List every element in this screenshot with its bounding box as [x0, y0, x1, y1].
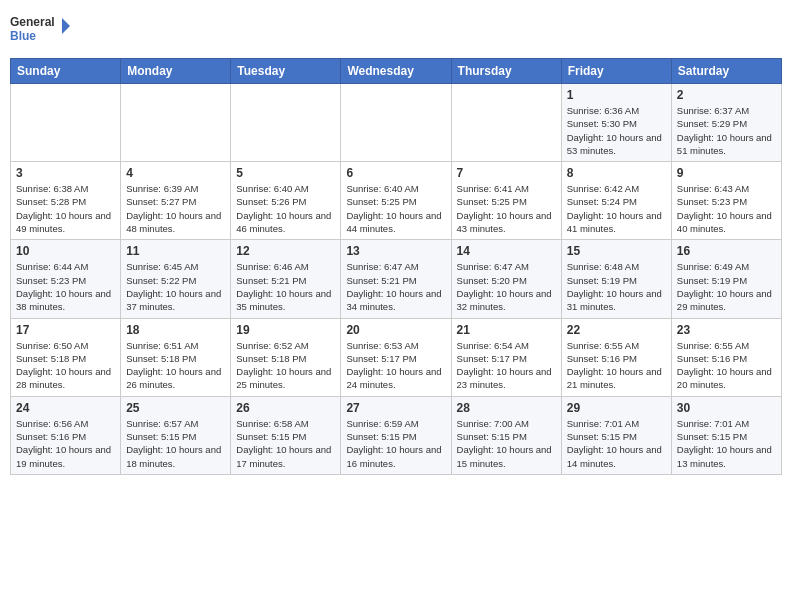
- column-header-monday: Monday: [121, 59, 231, 84]
- calendar-cell: [231, 84, 341, 162]
- calendar-cell: 1Sunrise: 6:36 AM Sunset: 5:30 PM Daylig…: [561, 84, 671, 162]
- svg-marker-2: [62, 18, 70, 34]
- calendar-cell: 2Sunrise: 6:37 AM Sunset: 5:29 PM Daylig…: [671, 84, 781, 162]
- calendar-cell: 7Sunrise: 6:41 AM Sunset: 5:25 PM Daylig…: [451, 162, 561, 240]
- calendar-cell: 14Sunrise: 6:47 AM Sunset: 5:20 PM Dayli…: [451, 240, 561, 318]
- calendar-week-row: 24Sunrise: 6:56 AM Sunset: 5:16 PM Dayli…: [11, 396, 782, 474]
- day-number: 29: [567, 401, 666, 415]
- day-info: Sunrise: 6:56 AM Sunset: 5:16 PM Dayligh…: [16, 417, 115, 470]
- calendar-week-row: 17Sunrise: 6:50 AM Sunset: 5:18 PM Dayli…: [11, 318, 782, 396]
- day-info: Sunrise: 6:47 AM Sunset: 5:21 PM Dayligh…: [346, 260, 445, 313]
- day-info: Sunrise: 6:43 AM Sunset: 5:23 PM Dayligh…: [677, 182, 776, 235]
- day-number: 17: [16, 323, 115, 337]
- day-info: Sunrise: 6:39 AM Sunset: 5:27 PM Dayligh…: [126, 182, 225, 235]
- day-number: 5: [236, 166, 335, 180]
- calendar-cell: 8Sunrise: 6:42 AM Sunset: 5:24 PM Daylig…: [561, 162, 671, 240]
- calendar-header-row: SundayMondayTuesdayWednesdayThursdayFrid…: [11, 59, 782, 84]
- day-info: Sunrise: 6:48 AM Sunset: 5:19 PM Dayligh…: [567, 260, 666, 313]
- day-number: 15: [567, 244, 666, 258]
- day-info: Sunrise: 6:58 AM Sunset: 5:15 PM Dayligh…: [236, 417, 335, 470]
- calendar-cell: [341, 84, 451, 162]
- day-info: Sunrise: 6:47 AM Sunset: 5:20 PM Dayligh…: [457, 260, 556, 313]
- day-info: Sunrise: 6:50 AM Sunset: 5:18 PM Dayligh…: [16, 339, 115, 392]
- calendar-cell: 4Sunrise: 6:39 AM Sunset: 5:27 PM Daylig…: [121, 162, 231, 240]
- calendar-cell: 3Sunrise: 6:38 AM Sunset: 5:28 PM Daylig…: [11, 162, 121, 240]
- day-number: 4: [126, 166, 225, 180]
- calendar-cell: 23Sunrise: 6:55 AM Sunset: 5:16 PM Dayli…: [671, 318, 781, 396]
- calendar-cell: 26Sunrise: 6:58 AM Sunset: 5:15 PM Dayli…: [231, 396, 341, 474]
- calendar-cell: 22Sunrise: 6:55 AM Sunset: 5:16 PM Dayli…: [561, 318, 671, 396]
- day-number: 9: [677, 166, 776, 180]
- calendar-cell: 9Sunrise: 6:43 AM Sunset: 5:23 PM Daylig…: [671, 162, 781, 240]
- day-number: 26: [236, 401, 335, 415]
- day-info: Sunrise: 6:40 AM Sunset: 5:26 PM Dayligh…: [236, 182, 335, 235]
- day-number: 19: [236, 323, 335, 337]
- calendar-cell: 27Sunrise: 6:59 AM Sunset: 5:15 PM Dayli…: [341, 396, 451, 474]
- day-number: 11: [126, 244, 225, 258]
- calendar-cell: 19Sunrise: 6:52 AM Sunset: 5:18 PM Dayli…: [231, 318, 341, 396]
- day-number: 14: [457, 244, 556, 258]
- day-number: 16: [677, 244, 776, 258]
- column-header-thursday: Thursday: [451, 59, 561, 84]
- day-number: 20: [346, 323, 445, 337]
- svg-text:General: General: [10, 15, 55, 29]
- day-number: 1: [567, 88, 666, 102]
- day-number: 2: [677, 88, 776, 102]
- calendar-cell: 13Sunrise: 6:47 AM Sunset: 5:21 PM Dayli…: [341, 240, 451, 318]
- day-number: 18: [126, 323, 225, 337]
- day-info: Sunrise: 6:59 AM Sunset: 5:15 PM Dayligh…: [346, 417, 445, 470]
- calendar-cell: 18Sunrise: 6:51 AM Sunset: 5:18 PM Dayli…: [121, 318, 231, 396]
- svg-text:Blue: Blue: [10, 29, 36, 43]
- calendar-table: SundayMondayTuesdayWednesdayThursdayFrid…: [10, 58, 782, 475]
- day-number: 7: [457, 166, 556, 180]
- day-info: Sunrise: 6:37 AM Sunset: 5:29 PM Dayligh…: [677, 104, 776, 157]
- calendar-cell: 17Sunrise: 6:50 AM Sunset: 5:18 PM Dayli…: [11, 318, 121, 396]
- day-number: 6: [346, 166, 445, 180]
- calendar-cell: 12Sunrise: 6:46 AM Sunset: 5:21 PM Dayli…: [231, 240, 341, 318]
- calendar-cell: 24Sunrise: 6:56 AM Sunset: 5:16 PM Dayli…: [11, 396, 121, 474]
- calendar-cell: 6Sunrise: 6:40 AM Sunset: 5:25 PM Daylig…: [341, 162, 451, 240]
- calendar-week-row: 1Sunrise: 6:36 AM Sunset: 5:30 PM Daylig…: [11, 84, 782, 162]
- calendar-cell: 10Sunrise: 6:44 AM Sunset: 5:23 PM Dayli…: [11, 240, 121, 318]
- calendar-cell: 16Sunrise: 6:49 AM Sunset: 5:19 PM Dayli…: [671, 240, 781, 318]
- day-info: Sunrise: 7:00 AM Sunset: 5:15 PM Dayligh…: [457, 417, 556, 470]
- day-info: Sunrise: 7:01 AM Sunset: 5:15 PM Dayligh…: [567, 417, 666, 470]
- day-info: Sunrise: 6:42 AM Sunset: 5:24 PM Dayligh…: [567, 182, 666, 235]
- day-number: 3: [16, 166, 115, 180]
- day-info: Sunrise: 6:38 AM Sunset: 5:28 PM Dayligh…: [16, 182, 115, 235]
- day-number: 8: [567, 166, 666, 180]
- calendar-cell: 11Sunrise: 6:45 AM Sunset: 5:22 PM Dayli…: [121, 240, 231, 318]
- day-number: 30: [677, 401, 776, 415]
- logo-svg: General Blue: [10, 10, 70, 50]
- column-header-wednesday: Wednesday: [341, 59, 451, 84]
- day-number: 22: [567, 323, 666, 337]
- column-header-tuesday: Tuesday: [231, 59, 341, 84]
- day-number: 23: [677, 323, 776, 337]
- column-header-friday: Friday: [561, 59, 671, 84]
- day-info: Sunrise: 6:53 AM Sunset: 5:17 PM Dayligh…: [346, 339, 445, 392]
- day-info: Sunrise: 6:57 AM Sunset: 5:15 PM Dayligh…: [126, 417, 225, 470]
- day-number: 13: [346, 244, 445, 258]
- calendar-cell: 29Sunrise: 7:01 AM Sunset: 5:15 PM Dayli…: [561, 396, 671, 474]
- page-header: General Blue: [10, 10, 782, 50]
- day-info: Sunrise: 6:46 AM Sunset: 5:21 PM Dayligh…: [236, 260, 335, 313]
- calendar-cell: [121, 84, 231, 162]
- logo: General Blue: [10, 10, 70, 50]
- day-number: 21: [457, 323, 556, 337]
- calendar-cell: 28Sunrise: 7:00 AM Sunset: 5:15 PM Dayli…: [451, 396, 561, 474]
- day-info: Sunrise: 6:54 AM Sunset: 5:17 PM Dayligh…: [457, 339, 556, 392]
- day-info: Sunrise: 6:36 AM Sunset: 5:30 PM Dayligh…: [567, 104, 666, 157]
- calendar-cell: 20Sunrise: 6:53 AM Sunset: 5:17 PM Dayli…: [341, 318, 451, 396]
- day-info: Sunrise: 6:55 AM Sunset: 5:16 PM Dayligh…: [677, 339, 776, 392]
- day-info: Sunrise: 6:44 AM Sunset: 5:23 PM Dayligh…: [16, 260, 115, 313]
- day-info: Sunrise: 6:51 AM Sunset: 5:18 PM Dayligh…: [126, 339, 225, 392]
- day-number: 10: [16, 244, 115, 258]
- day-number: 27: [346, 401, 445, 415]
- calendar-cell: [11, 84, 121, 162]
- calendar-cell: 25Sunrise: 6:57 AM Sunset: 5:15 PM Dayli…: [121, 396, 231, 474]
- day-number: 24: [16, 401, 115, 415]
- calendar-week-row: 10Sunrise: 6:44 AM Sunset: 5:23 PM Dayli…: [11, 240, 782, 318]
- day-info: Sunrise: 6:49 AM Sunset: 5:19 PM Dayligh…: [677, 260, 776, 313]
- calendar-cell: 30Sunrise: 7:01 AM Sunset: 5:15 PM Dayli…: [671, 396, 781, 474]
- column-header-saturday: Saturday: [671, 59, 781, 84]
